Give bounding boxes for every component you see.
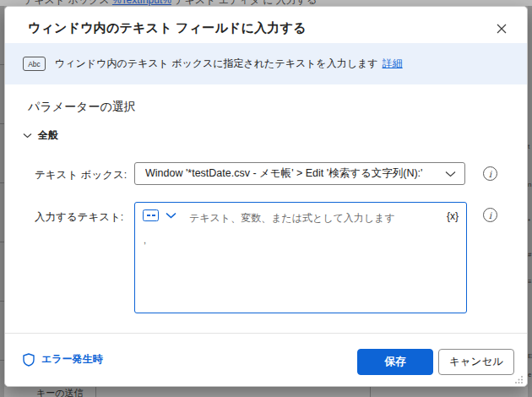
background-text-fragment: t bbox=[528, 144, 529, 150]
text-entry-mode-dropdown[interactable] bbox=[166, 212, 176, 219]
variable-picker-button[interactable]: {x} bbox=[445, 209, 460, 223]
save-button[interactable]: 保存 bbox=[357, 349, 433, 375]
details-link[interactable]: 詳細 bbox=[383, 57, 403, 71]
on-error-label: エラー発生時 bbox=[41, 352, 103, 367]
background-action-label: キーの送信 bbox=[36, 389, 84, 397]
resize-grip[interactable] bbox=[514, 375, 524, 384]
textarea-placeholder: テキスト、変数、または式として入力します bbox=[189, 211, 395, 226]
background-text-fragment: ≡ bbox=[528, 279, 532, 286]
background-text-fragment: E bbox=[528, 353, 532, 360]
background-variable-token: %TextInput% bbox=[112, 0, 171, 6]
background-text-fragment: # bbox=[528, 252, 531, 258]
text-box-combobox[interactable]: Window '*testDate.csv - メモ帳' > Edit '検索す… bbox=[134, 162, 465, 185]
cancel-button[interactable]: キャンセル bbox=[438, 349, 514, 375]
dialog-title: ウィンドウ内のテキスト フィールドに入力する bbox=[28, 20, 307, 36]
background-divider bbox=[95, 387, 96, 397]
text-box-info-icon[interactable]: i bbox=[483, 166, 497, 181]
textarea-typed-text: , bbox=[144, 235, 146, 245]
text-input-field-label: 入力するテキスト: bbox=[35, 210, 123, 225]
close-button[interactable] bbox=[491, 19, 512, 39]
background-text-fragment: n bbox=[528, 182, 531, 188]
general-section-toggle[interactable]: 全般 bbox=[23, 128, 58, 143]
text-entry-mode-icon[interactable] bbox=[143, 209, 159, 221]
text-box-combobox-value: Window '*testDate.csv - メモ帳' > Edit '検索す… bbox=[145, 166, 438, 181]
text-box-field-label: テキスト ボックス: bbox=[35, 168, 127, 182]
background-divider bbox=[370, 387, 371, 397]
chevron-down-icon bbox=[23, 133, 32, 139]
abc-action-icon: Abc bbox=[23, 57, 46, 71]
text-input-textarea[interactable]: テキスト、変数、または式として入力します {x} , bbox=[134, 202, 467, 313]
action-description: ウィンドウ内のテキスト ボックスに指定されたテキストを入力します bbox=[55, 57, 378, 71]
chevron-down-icon bbox=[445, 171, 456, 177]
background-step-text: テキスト ボックス %TextInput% テキスト エディタ に 入力する bbox=[24, 0, 317, 6]
action-description-bar: Abc ウィンドウ内のテキスト ボックスに指定されたテキストを入力します 詳細 bbox=[5, 43, 528, 84]
general-section-label: 全般 bbox=[38, 128, 58, 143]
textarea-toolbar bbox=[143, 209, 176, 221]
background-app-bottom-strip: キーの送信 bbox=[4, 387, 528, 397]
background-app-right-strip: t n * # ≡ E e bbox=[528, 6, 532, 397]
footer-divider bbox=[5, 333, 528, 334]
on-error-button[interactable]: エラー発生時 bbox=[23, 352, 103, 367]
chevron-down-icon bbox=[166, 212, 176, 219]
close-icon bbox=[497, 24, 507, 34]
parameters-heading: パラメーターの選択 bbox=[28, 100, 136, 115]
populate-text-field-dialog: ウィンドウ内のテキスト フィールドに入力する Abc ウィンドウ内のテキスト ボ… bbox=[4, 6, 528, 387]
shield-icon bbox=[23, 353, 35, 367]
background-text-fragment: e bbox=[528, 372, 531, 378]
background-app-top-strip: テキスト ボックス %TextInput% テキスト エディタ に 入力する bbox=[0, 0, 532, 6]
background-text-fragment: * bbox=[528, 218, 530, 225]
text-input-info-icon[interactable]: i bbox=[483, 208, 497, 222]
